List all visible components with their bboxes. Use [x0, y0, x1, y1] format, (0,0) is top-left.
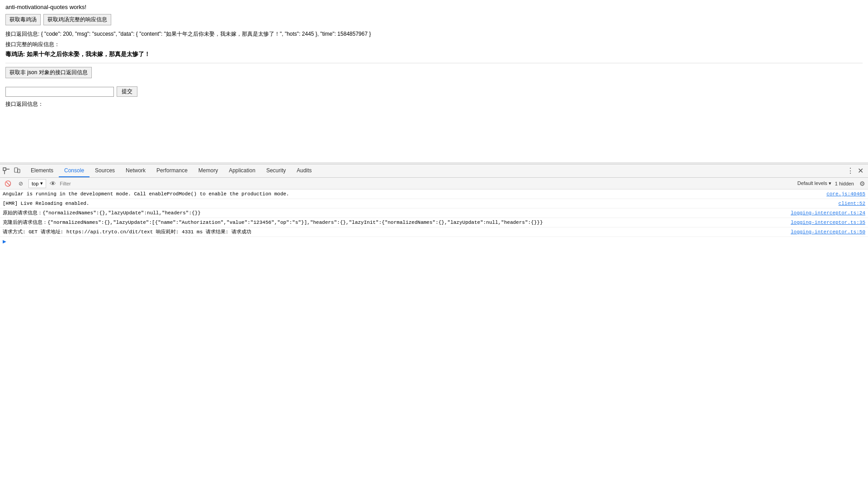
hidden-count: 1 hidden — [835, 181, 854, 186]
page-content: anti-motivational-quotes works! 获取毒鸡汤 获取… — [0, 0, 868, 163]
console-line: 原始的请求信息：{"normalizedNames":{},"lazyUpdat… — [0, 208, 868, 218]
complete-response-label: 接口完整的响应信息： — [5, 41, 863, 48]
default-levels-label: Default levels ▾ — [797, 180, 831, 186]
console-settings-btn[interactable]: ⚙ — [859, 180, 865, 187]
get-full-response-btn[interactable]: 获取鸡汤完整的响应信息 — [43, 14, 111, 25]
non-json-section: 获取非 json 对象的接口返回信息 提交 接口返回信息： — [5, 67, 863, 108]
console-line: [HMR] Live Reloading enabled. client:52 — [0, 199, 868, 208]
get-non-json-btn[interactable]: 获取非 json 对象的接口返回信息 — [5, 67, 92, 78]
tab-performance[interactable]: Performance — [151, 164, 193, 177]
console-line-text: Angular is running in the development mo… — [3, 190, 822, 198]
text-input[interactable] — [5, 87, 114, 97]
page-title: anti-motivational-quotes works! — [5, 4, 863, 10]
console-prompt[interactable]: ▶ — [0, 237, 868, 246]
console-line-source[interactable]: client:52 — [839, 200, 865, 207]
console-line-source[interactable]: logging-interceptor.ts:50 — [791, 228, 865, 236]
devtools-tabs: Elements Console Sources Network Perform… — [25, 164, 317, 177]
context-dropdown-icon: ▾ — [40, 180, 43, 186]
console-content: Angular is running in the development mo… — [0, 189, 868, 478]
devtools-panel: Elements Console Sources Network Perform… — [0, 164, 868, 478]
console-line-text: 原始的请求信息：{"normalizedNames":{},"lazyUpdat… — [3, 209, 786, 217]
console-line-source[interactable]: logging-interceptor.ts:24 — [791, 209, 865, 217]
eye-btn[interactable]: 👁 — [50, 180, 56, 187]
console-filter-input[interactable] — [60, 181, 793, 186]
return-info-label: 接口返回信息： — [5, 100, 863, 108]
tab-application[interactable]: Application — [223, 164, 261, 177]
input-row: 提交 — [5, 86, 863, 97]
more-tabs-btn[interactable]: ⋮ — [847, 166, 854, 175]
main-btn-group: 获取毒鸡汤 获取鸡汤完整的响应信息 — [5, 14, 863, 25]
prompt-arrow-icon: ▶ — [3, 238, 6, 245]
console-line-source[interactable]: logging-interceptor.ts:35 — [791, 219, 865, 226]
console-line-source[interactable]: core.js:40465 — [826, 190, 865, 198]
submit-btn[interactable]: 提交 — [117, 86, 137, 97]
svg-rect-4 — [18, 169, 20, 173]
divider — [5, 63, 863, 63]
devtools-more-actions: ⋮ ✕ — [847, 166, 866, 175]
tab-memory[interactable]: Memory — [193, 164, 223, 177]
console-line-text: 克隆后的请求信息：{"normalizedNames":{},"lazyUpda… — [3, 219, 786, 226]
tab-sources[interactable]: Sources — [90, 164, 120, 177]
devtools-tabbar: Elements Console Sources Network Perform… — [0, 164, 868, 178]
console-line-text: [HMR] Live Reloading enabled. — [3, 200, 834, 207]
devtools-icons — [2, 166, 22, 175]
svg-rect-0 — [3, 168, 6, 170]
default-levels-dropdown[interactable]: Default levels ▾ — [797, 180, 831, 186]
tab-console[interactable]: Console — [59, 164, 90, 177]
tab-audits[interactable]: Audits — [291, 164, 317, 177]
console-toolbar: 🚫 ⊘ top ▾ 👁 Default levels ▾ 1 hidden ⚙ — [0, 178, 868, 189]
svg-rect-3 — [14, 168, 18, 172]
console-line: 请求方式: GET 请求地址: https://api.tryto.cn/dit… — [0, 227, 868, 237]
response-line: 接口返回信息: { "code": 200, "msg": "success",… — [5, 30, 863, 38]
inspect-icon-btn[interactable] — [2, 166, 11, 175]
clear-console-btn[interactable]: 🚫 — [3, 180, 13, 188]
filter-toggle-btn[interactable]: ⊘ — [17, 180, 25, 188]
context-selector[interactable]: top ▾ — [28, 179, 46, 188]
get-quote-btn[interactable]: 获取毒鸡汤 — [5, 14, 41, 25]
console-line: Angular is running in the development mo… — [0, 189, 868, 199]
close-devtools-btn[interactable]: ✕ — [858, 166, 863, 175]
tab-security[interactable]: Security — [261, 164, 291, 177]
tab-elements[interactable]: Elements — [25, 164, 59, 177]
device-toggle-btn[interactable] — [13, 166, 22, 175]
quote-text: 毒鸡汤: 如果十年之后你未娶，我未嫁，那真是太惨了！ — [5, 50, 863, 58]
context-label: top — [32, 181, 38, 186]
tab-network[interactable]: Network — [120, 164, 151, 177]
console-line: 克隆后的请求信息：{"normalizedNames":{},"lazyUpda… — [0, 218, 868, 227]
console-line-text: 请求方式: GET 请求地址: https://api.tryto.cn/dit… — [3, 228, 786, 236]
